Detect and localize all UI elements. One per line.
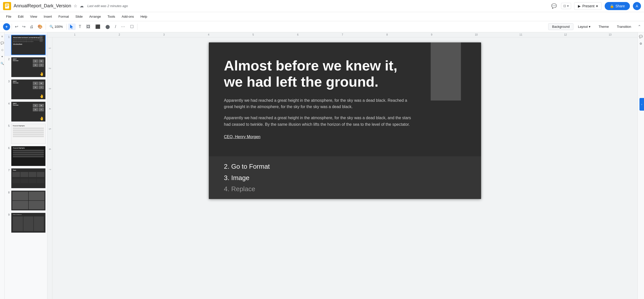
menu-arrange[interactable]: Arrange	[86, 14, 104, 19]
slide-item-9[interactable]: 9 Sales & Distribution	[5, 212, 47, 234]
popup-item-3: 4. Replace	[224, 183, 466, 194]
toggle-icon[interactable]: ⊡ ▾	[561, 3, 571, 9]
slide-thumb-4: SWOTOverview S W O T 🤚	[11, 102, 46, 122]
slide-item-2[interactable]: 2 SWOTOverview S W O T 🤚	[5, 56, 47, 78]
toolbar-sep-4	[137, 24, 137, 30]
special-shape-btn[interactable]: ☐	[128, 23, 136, 30]
slide-item-7[interactable]: 7 Team	[5, 167, 47, 189]
animations-panel-icon[interactable]: ✦	[1, 55, 3, 58]
cloud-icon[interactable]: ☁	[80, 4, 84, 8]
right-comments-icon[interactable]: 💬	[639, 35, 643, 38]
slide-item-4[interactable]: 4 SWOTOverview S W O T 🤚	[5, 101, 47, 123]
circle-tool-btn[interactable]: ⬤	[103, 23, 112, 30]
slide-thumb-6: Financial Highlights	[11, 146, 46, 166]
slide-thumb-1: Almost before we knew it, we had left th…	[11, 35, 46, 55]
svg-rect-3	[6, 6, 8, 7]
layout-button[interactable]: Layout ▾	[574, 23, 594, 30]
background-button[interactable]: Background	[548, 23, 573, 30]
slides-logo-icon	[5, 3, 9, 9]
menu-tools[interactable]: Tools	[104, 14, 118, 19]
slide-number-2: 2	[6, 58, 10, 61]
left-icon-bar: ≡ 💬 ◇ ✦ 🔍	[0, 32, 5, 299]
image-tool-btn[interactable]: 🖼	[84, 23, 92, 30]
line-tool-btn[interactable]: /	[113, 23, 118, 30]
popup-item-2: 3. Image	[224, 172, 466, 183]
transition-button[interactable]: Transition	[613, 23, 635, 30]
right-edge-tab[interactable]: ›	[639, 98, 644, 111]
menu-bar: File Edit View Insert Format Slide Arran…	[0, 12, 644, 21]
menu-view[interactable]: View	[27, 14, 40, 19]
menu-slide[interactable]: Slide	[72, 14, 86, 19]
redo-btn[interactable]: ↪	[21, 23, 27, 30]
add-slide-btn[interactable]: +	[3, 23, 10, 30]
slide-canvas[interactable]: Almost before we knew it, we had left th…	[209, 42, 481, 199]
undo-btn[interactable]: ↩	[13, 23, 20, 30]
paint-format-btn[interactable]: 🎨	[36, 23, 44, 30]
present-button[interactable]: ▶ Present ▾	[574, 2, 601, 10]
slide-ceo: CEO, Henry Morgen	[224, 135, 466, 139]
shapes-panel-icon[interactable]: ◇	[1, 48, 3, 52]
slide-item-1[interactable]: 1 Almost before we knew it, we had left …	[5, 34, 47, 56]
svg-rect-1	[6, 4, 9, 5]
zoom-control[interactable]: 🔍 100%	[47, 24, 65, 30]
doc-title[interactable]: AnnualReport_Dark_Version	[14, 3, 71, 9]
comments-panel-icon[interactable]: 💬	[1, 41, 4, 45]
canvas-with-ruler: 1 2 3 4 5 6 7 Almost before we knew it, …	[47, 37, 637, 299]
toolbar-right-group: Background Layout ▾ Theme Transition	[548, 23, 635, 30]
slide-item-6[interactable]: 6 Financial Highlights	[5, 145, 47, 167]
toolbar-sep-2	[46, 24, 46, 30]
slide-heading: Almost before we knew it, we had left th…	[224, 58, 416, 90]
text-tool-btn[interactable]: T	[77, 23, 83, 30]
comments-icon[interactable]: 💬	[550, 2, 558, 10]
toolbar-sep-1	[12, 24, 12, 30]
slide-thumb-2: SWOTOverview S W O T 🤚	[11, 57, 46, 77]
avatar[interactable]: A	[633, 2, 641, 10]
slide-number-8: 8	[6, 191, 10, 194]
slide-item-5[interactable]: 5 Financial Highlights	[5, 123, 47, 145]
slide-number-5: 5	[6, 124, 10, 127]
cursor-tool-btn[interactable]	[68, 23, 76, 30]
shape-tool-btn[interactable]: ⬛	[93, 23, 102, 30]
popup-overlay: 2. Go to Format 3. Image 4. Replace	[209, 156, 481, 199]
more-tools-btn[interactable]: ⋯	[119, 23, 127, 30]
right-settings-icon[interactable]: ⚙	[639, 42, 642, 45]
slide-thumb-9: Sales & Distribution	[11, 213, 46, 233]
svg-rect-2	[6, 5, 9, 6]
app-icon[interactable]	[3, 2, 11, 10]
main-layout: ≡ 💬 ◇ ✦ 🔍 1 Almost before we knew it, we…	[0, 32, 644, 299]
slide-thumb-7: Team	[11, 168, 46, 188]
menu-format[interactable]: Format	[55, 14, 72, 19]
explore-panel-icon[interactable]: 🔍	[1, 62, 4, 65]
theme-button[interactable]: Theme	[595, 23, 612, 30]
print-btn[interactable]: 🖨	[28, 23, 35, 30]
slide-item-8[interactable]: 8	[5, 189, 47, 212]
layout-dropdown-icon: ▾	[589, 25, 591, 29]
last-edit-text: Last edit was 2 minutes ago	[87, 4, 128, 8]
slide-number-9: 9	[6, 213, 10, 216]
slide-number-3: 3	[6, 80, 10, 83]
star-icon[interactable]: ☆	[74, 4, 77, 8]
slide-canvas-wrapper: Almost before we knew it, we had left th…	[52, 37, 637, 299]
slides-panel: 1 Almost before we knew it, we had left …	[5, 32, 47, 299]
collapse-panel-btn[interactable]: ⌃	[638, 24, 641, 29]
menu-file[interactable]: File	[3, 14, 14, 19]
canvas-area: 1 2 3 4 5 6 7 8 9 10 11 12 13 1 2 3	[47, 32, 637, 299]
share-button[interactable]: 🔒 Share	[605, 2, 630, 10]
ruler-horizontal: 1 2 3 4 5 6 7 8 9 10 11 12 13	[47, 32, 637, 37]
slide-body-2: Apparently we had reached a great height…	[224, 115, 416, 128]
menu-addons[interactable]: Add-ons	[119, 14, 137, 19]
toolbar-sep-3	[66, 24, 67, 30]
menu-insert[interactable]: Insert	[41, 14, 55, 19]
lock-icon: 🔒	[610, 4, 614, 8]
menu-edit[interactable]: Edit	[15, 14, 26, 19]
present-icon: ▶	[578, 4, 581, 8]
menu-help[interactable]: Help	[137, 14, 150, 19]
top-bar: AnnualReport_Dark_Version ☆ ☁ Last edit …	[0, 0, 644, 12]
toolbar: + ↩ ↪ 🖨 🎨 🔍 100% T 🖼 ⬛ ⬤ / ⋯ ☐ Backgroun…	[0, 21, 644, 32]
slide-number-4: 4	[6, 102, 10, 105]
header-right: 💬 ⊡ ▾ ▶ Present ▾ 🔒 Share A	[550, 2, 641, 10]
slides-panel-icon[interactable]: ≡	[1, 35, 3, 38]
slide-item-3[interactable]: 3 SWOTOverview S W O T 🤚	[5, 78, 47, 101]
deco-rect	[431, 42, 461, 101]
ruler-vertical: 1 2 3 4 5 6 7	[47, 37, 52, 299]
